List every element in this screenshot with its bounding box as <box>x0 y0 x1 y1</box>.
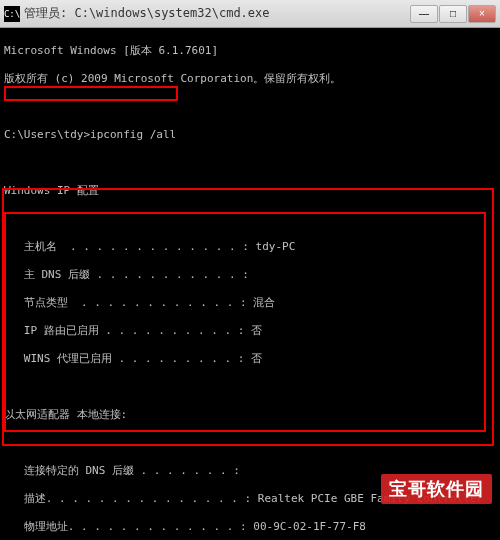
hostname-row: 主机名 . . . . . . . . . . . . . : tdy-PC <box>4 240 496 254</box>
primary-dns-row: 主 DNS 后缀 . . . . . . . . . . . : <box>4 268 496 282</box>
prompt-path: C:\Users\tdy> <box>4 128 90 141</box>
copyright-line: 版权所有 (c) 2009 Microsoft Corporation。保留所有… <box>4 72 496 86</box>
cmd-icon: C:\ <box>4 6 20 22</box>
adapter1-mac: 物理地址. . . . . . . . . . . . . : 00-9C-02… <box>4 520 496 534</box>
adapter1-heading: 以太网适配器 本地连接: <box>4 408 496 422</box>
hostname-value: tdy-PC <box>256 240 296 253</box>
prompt-line: C:\Users\tdy>ipconfig /all <box>4 128 496 142</box>
window-controls: — □ × <box>410 5 496 23</box>
wins-proxy-row: WINS 代理已启用 . . . . . . . . . : 否 <box>4 352 496 366</box>
ip-config-heading: Windows IP 配置 <box>4 184 496 198</box>
window-title: 管理员: C:\windows\system32\cmd.exe <box>24 5 410 22</box>
terminal-output[interactable]: Microsoft Windows [版本 6.1.7601] 版权所有 (c)… <box>0 28 500 540</box>
window-titlebar: C:\ 管理员: C:\windows\system32\cmd.exe — □… <box>0 0 500 28</box>
watermark-label: 宝哥软件园 <box>381 474 492 504</box>
ip-routing-row: IP 路由已启用 . . . . . . . . . . : 否 <box>4 324 496 338</box>
command-text: ipconfig /all <box>90 128 176 141</box>
maximize-button[interactable]: □ <box>439 5 467 23</box>
highlight-box-command <box>4 86 178 101</box>
node-type-row: 节点类型 . . . . . . . . . . . . : 混合 <box>4 296 496 310</box>
close-button[interactable]: × <box>468 5 496 23</box>
minimize-button[interactable]: — <box>410 5 438 23</box>
version-line: Microsoft Windows [版本 6.1.7601] <box>4 44 496 58</box>
